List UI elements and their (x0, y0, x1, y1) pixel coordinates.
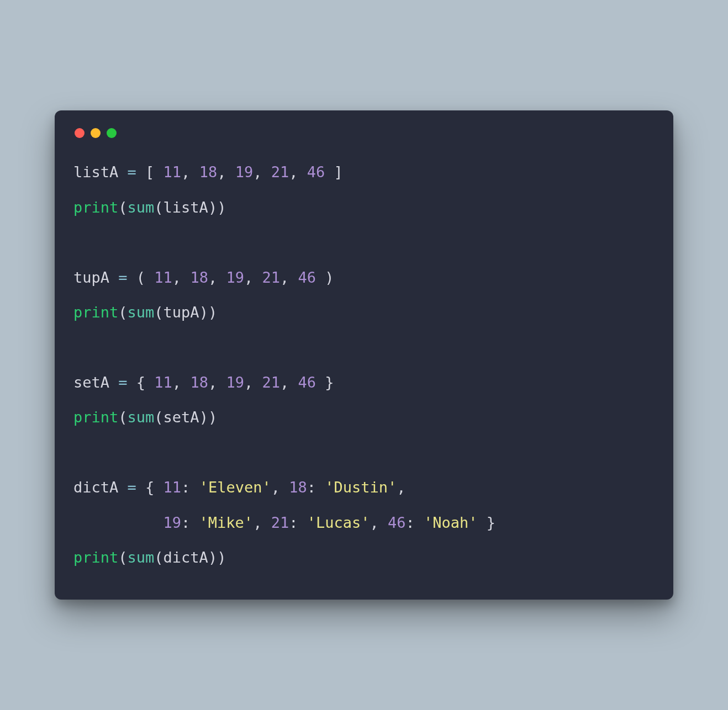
code-token-punc: , (172, 269, 191, 286)
code-token-punc: ( (154, 199, 163, 216)
code-token-punc: ) (316, 269, 334, 286)
code-token-punc: , (280, 374, 298, 391)
code-token-punc: , (244, 269, 262, 286)
code-token-num: 11 (154, 269, 172, 286)
code-token-str: 'Lucas' (307, 514, 370, 531)
code-token-punc: ( (154, 409, 163, 426)
code-token-punc: , (217, 163, 235, 181)
code-token-num: 11 (154, 374, 172, 391)
code-token-num: 11 (163, 163, 182, 181)
code-token-num: 46 (298, 269, 316, 286)
code-token-punc: [ (136, 163, 163, 181)
code-token-punc: : (307, 479, 325, 496)
code-token-id: tupA (73, 269, 109, 286)
code-token-id: listA (73, 163, 118, 181)
code-token-num: 18 (289, 479, 307, 496)
code-token-punc: { (128, 374, 155, 391)
code-token-punc (118, 479, 127, 496)
code-token-punc: , (280, 269, 298, 286)
code-token-punc: , (271, 479, 289, 496)
code-token-punc: : (181, 514, 199, 531)
code-token-num: 19 (163, 514, 182, 531)
code-token-num: 18 (199, 163, 218, 181)
code-token-punc: { (136, 479, 163, 496)
code-token-punc: ( (154, 549, 163, 566)
code-token-num: 19 (235, 163, 254, 181)
code-token-punc: ( (154, 304, 163, 321)
code-token-punc: )) (199, 304, 218, 321)
code-token-num: 21 (271, 514, 289, 531)
code-token-bfn: sum (128, 549, 155, 566)
code-token-str: 'Noah' (424, 514, 478, 531)
code-token-punc: ( (128, 269, 155, 286)
code-token-punc: ( (118, 199, 127, 216)
code-token-punc: : (181, 479, 199, 496)
code-token-num: 19 (226, 269, 244, 286)
code-token-punc: ] (325, 163, 343, 181)
code-token-id: setA (73, 374, 109, 391)
code-token-punc: , (397, 479, 415, 496)
code-token-punc: : (406, 514, 424, 531)
code-token-id: setA (163, 409, 199, 426)
code-snippet: listA = [ 11, 18, 19, 21, 46 ] print(sum… (73, 155, 655, 575)
minimize-icon[interactable] (91, 128, 101, 138)
code-token-fn: print (73, 549, 118, 566)
code-token-num: 46 (298, 374, 316, 391)
code-token-punc: ( (118, 304, 127, 321)
code-token-punc: , (370, 514, 388, 531)
code-token-punc: , (172, 374, 191, 391)
code-token-num: 11 (163, 479, 182, 496)
code-token-punc: ( (118, 549, 127, 566)
code-token-fn: print (73, 409, 118, 426)
code-token-id: dictA (163, 549, 208, 566)
code-token-punc: , (181, 163, 199, 181)
code-token-punc (118, 163, 127, 181)
code-token-str: 'Eleven' (199, 479, 271, 496)
zoom-icon[interactable] (107, 128, 117, 138)
window-titlebar (73, 126, 655, 155)
code-token-fn: print (73, 199, 118, 216)
code-token-str: 'Dustin' (325, 479, 397, 496)
code-token-punc: , (253, 163, 271, 181)
code-token-punc (73, 514, 163, 531)
code-token-bfn: sum (128, 199, 155, 216)
code-token-num: 46 (307, 163, 325, 181)
code-token-num: 18 (190, 269, 208, 286)
close-icon[interactable] (75, 128, 85, 138)
code-token-bfn: sum (128, 409, 155, 426)
code-window: listA = [ 11, 18, 19, 21, 46 ] print(sum… (55, 110, 673, 599)
code-token-punc: : (289, 514, 307, 531)
code-token-id: listA (163, 199, 208, 216)
code-token-punc: , (289, 163, 307, 181)
code-token-punc: )) (208, 549, 226, 566)
code-token-str: 'Mike' (199, 514, 254, 531)
code-token-op: = (118, 374, 127, 391)
code-token-num: 21 (262, 374, 280, 391)
code-token-op: = (128, 479, 136, 496)
code-token-num: 46 (388, 514, 406, 531)
code-token-punc (109, 269, 118, 286)
code-token-punc: , (253, 514, 271, 531)
code-token-punc: )) (208, 199, 226, 216)
code-token-punc (109, 374, 118, 391)
code-token-op: = (128, 163, 136, 181)
code-token-id: tupA (163, 304, 199, 321)
code-token-num: 21 (271, 163, 289, 181)
code-token-punc: , (244, 374, 262, 391)
code-token-num: 21 (262, 269, 280, 286)
code-token-op: = (118, 269, 127, 286)
code-token-num: 18 (190, 374, 208, 391)
code-token-punc: , (208, 269, 226, 286)
code-token-punc: } (478, 514, 496, 531)
code-token-punc: )) (199, 409, 218, 426)
code-token-punc: ( (118, 409, 127, 426)
code-token-bfn: sum (128, 304, 155, 321)
code-token-num: 19 (226, 374, 244, 391)
code-token-id: dictA (73, 479, 118, 496)
code-token-fn: print (73, 304, 118, 321)
code-token-punc: } (316, 374, 334, 391)
code-token-punc: , (208, 374, 226, 391)
